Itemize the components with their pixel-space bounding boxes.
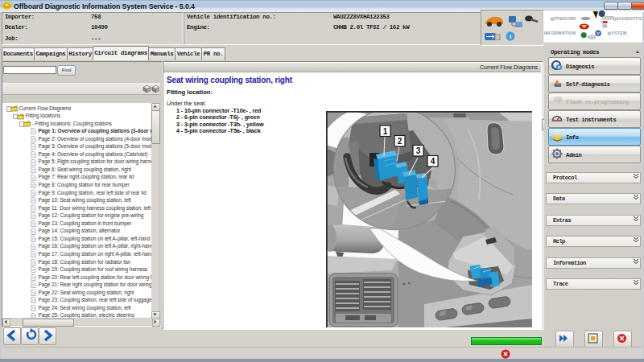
svg-text:◎FFBOARD: ◎FFBOARD bbox=[551, 16, 576, 21]
svg-text:1: 1 bbox=[383, 127, 388, 136]
svg-text:i: i bbox=[510, 33, 511, 40]
svg-text:◎YSTEM: ◎YSTEM bbox=[608, 31, 627, 35]
svg-text:2: 2 bbox=[398, 137, 402, 146]
svg-text:◎IAGNOSTIC: ◎IAGNOSTIC bbox=[613, 16, 642, 21]
svg-text:3: 3 bbox=[416, 146, 421, 155]
svg-text:INFORMATION: INFORMATION bbox=[544, 31, 576, 35]
svg-text:4: 4 bbox=[431, 157, 436, 166]
